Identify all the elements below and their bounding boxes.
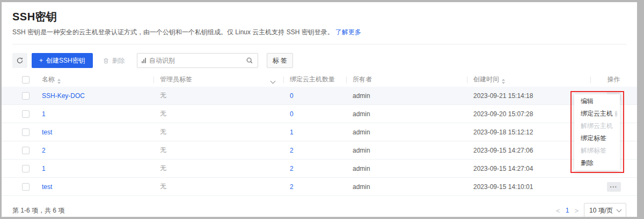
created-value: 2023-09-15 14:27:06	[467, 147, 590, 154]
trash-icon	[103, 57, 109, 64]
row-checkbox[interactable]	[22, 129, 30, 136]
owner-value: admin	[346, 129, 467, 136]
table-body: SSH-Key-DOC 无 0 admin 2023-09-21 15:14:1…	[2, 87, 637, 196]
column-header-name[interactable]: 名称	[42, 75, 153, 84]
ssh-key-name-link[interactable]: test	[42, 183, 52, 191]
row-actions-button[interactable]: ···	[607, 182, 621, 192]
owner-value: admin	[346, 183, 467, 191]
ssh-key-name-link[interactable]: SSH-Key-DOC	[42, 92, 85, 100]
refresh-button[interactable]	[12, 53, 27, 68]
column-header-actions: 操作	[590, 75, 637, 84]
next-page-icon[interactable]: >	[574, 207, 579, 215]
info-icon: i	[615, 111, 617, 117]
plus-icon: +	[39, 57, 43, 64]
column-header-admin-tag: 管理员标签	[153, 75, 283, 84]
menu-item-bind-tag[interactable]: 绑定标签	[574, 132, 620, 145]
menu-item-unbind-tag: 解绑标签	[574, 145, 620, 157]
chevron-down-icon	[617, 207, 622, 213]
admin-tag-value: 无	[153, 109, 283, 118]
ssh-key-name-link[interactable]: 2	[42, 147, 46, 154]
row-checkbox[interactable]	[22, 165, 30, 172]
search-input[interactable]	[149, 57, 243, 64]
chevron-down-icon[interactable]	[270, 79, 276, 84]
page-header: SSH密钥 SSH 密钥是一种安全的云主机登录认证方式，由一个公钥和一个私钥组成…	[2, 2, 637, 44]
admin-tag-value: 无	[153, 146, 283, 155]
description-text: SSH 密钥是一种安全的云主机登录认证方式，由一个公钥和一个私钥组成。仅 Lin…	[12, 28, 334, 36]
table-row[interactable]: 1 无 2 admin 2023-09-15 14:27:04	[2, 160, 637, 178]
tag-button[interactable]: 标 签	[267, 53, 293, 68]
created-value: 2023-09-15 14:10:01	[467, 183, 590, 191]
created-value: 2023-09-20 15:07:28	[467, 110, 590, 118]
sort-icon[interactable]	[502, 79, 505, 84]
sort-icon[interactable]	[57, 79, 61, 84]
admin-tag-value: 无	[153, 91, 283, 100]
table-row[interactable]: 1 无 0 admin 2023-09-20 15:07:28	[2, 105, 637, 123]
ssh-key-name-link[interactable]: test	[42, 129, 52, 136]
owner-value: admin	[346, 92, 467, 100]
screenshot-frame: SSH密钥 SSH 密钥是一种安全的云主机登录认证方式，由一个公钥和一个私钥组成…	[0, 0, 644, 219]
column-header-created[interactable]: 创建时间	[467, 75, 590, 84]
table-header: 名称 管理员标签 绑定云主机数量 所有者 创建时间 操作	[2, 72, 637, 87]
bound-hosts-link[interactable]: 2	[290, 183, 294, 191]
owner-value: admin	[346, 147, 467, 154]
search-box	[137, 53, 258, 68]
table-footer: 第 1-6 项，共 6 项 < 1 > 10 项/页	[2, 196, 637, 217]
page-size-select[interactable]: 10 项/页	[584, 203, 626, 217]
prev-page-icon[interactable]: <	[556, 207, 560, 215]
ssh-key-page: SSH密钥 SSH 密钥是一种安全的云主机登录认证方式，由一个公钥和一个私钥组成…	[2, 2, 637, 217]
page-size-value: 10 项/页	[589, 206, 613, 215]
row-actions-menu: 编辑 绑定云主机 i 解绑云主机 绑定标签 解绑标签 删除	[574, 94, 620, 170]
ssh-key-name-link[interactable]: 1	[42, 165, 46, 172]
created-value: 2023-09-15 14:27:04	[467, 165, 590, 172]
learn-more-link[interactable]: 了解更多	[335, 28, 361, 36]
row-checkbox[interactable]	[22, 147, 30, 154]
bound-hosts-link[interactable]: 0	[290, 92, 294, 100]
menu-item-bind-host[interactable]: 绑定云主机 i	[574, 108, 620, 120]
row-checkbox[interactable]	[22, 92, 30, 100]
delete-label: 删除	[112, 56, 125, 65]
delete-button[interactable]: 删除	[97, 53, 130, 68]
table-row[interactable]: 2 无 2 admin 2023-09-15 14:27:06	[2, 141, 637, 160]
created-value: 2023-09-21 15:14:18	[467, 92, 590, 100]
row-checkbox[interactable]	[22, 110, 30, 118]
search-icon[interactable]	[246, 57, 253, 64]
column-header-owner: 所有者	[346, 75, 467, 84]
owner-value: admin	[346, 165, 467, 172]
menu-item-edit[interactable]: 编辑	[574, 95, 620, 108]
current-page-number[interactable]: 1	[566, 207, 569, 214]
page-title: SSH密钥	[12, 10, 626, 24]
menu-item-delete[interactable]: 删除	[574, 157, 620, 169]
table-row[interactable]: test 无 1 admin 2023-09-18 15:12:12	[2, 123, 637, 141]
items-summary: 第 1-6 项，共 6 项	[12, 206, 64, 215]
ssh-key-name-link[interactable]: 1	[42, 110, 46, 118]
table-row[interactable]: SSH-Key-DOC 无 0 admin 2023-09-21 15:14:1…	[2, 87, 637, 105]
table-row[interactable]: test 无 2 admin 2023-09-15 14:10:01 ···	[2, 178, 637, 196]
tag-label: 标 签	[273, 56, 287, 65]
toolbar: + 创建SSH密钥 删除	[2, 44, 637, 72]
refresh-icon	[16, 57, 24, 64]
bound-hosts-link[interactable]: 1	[290, 129, 294, 136]
bound-hosts-link[interactable]: 0	[290, 110, 294, 118]
header-checkbox-cell	[12, 76, 42, 84]
created-value: 2023-09-18 15:12:12	[467, 129, 590, 136]
admin-tag-value: 无	[153, 127, 283, 137]
create-ssh-key-label: 创建SSH密钥	[46, 56, 85, 65]
menu-item-unbind-host: 解绑云主机	[574, 120, 620, 132]
admin-tag-value: 无	[153, 182, 283, 191]
owner-value: admin	[346, 110, 467, 118]
select-all-checkbox[interactable]	[22, 76, 30, 84]
column-header-bound-hosts: 绑定云主机数量	[283, 75, 346, 84]
create-ssh-key-button[interactable]: + 创建SSH密钥	[32, 53, 93, 68]
bound-hosts-link[interactable]: 2	[290, 147, 294, 154]
page-description: SSH 密钥是一种安全的云主机登录认证方式，由一个公钥和一个私钥组成。仅 Lin…	[12, 28, 626, 37]
admin-tag-value: 无	[153, 164, 283, 173]
bound-hosts-link[interactable]: 2	[290, 165, 294, 172]
pagination: < 1 > 10 项/页	[556, 203, 626, 217]
row-checkbox[interactable]	[22, 183, 30, 191]
filter-bars-icon[interactable]	[142, 58, 146, 63]
